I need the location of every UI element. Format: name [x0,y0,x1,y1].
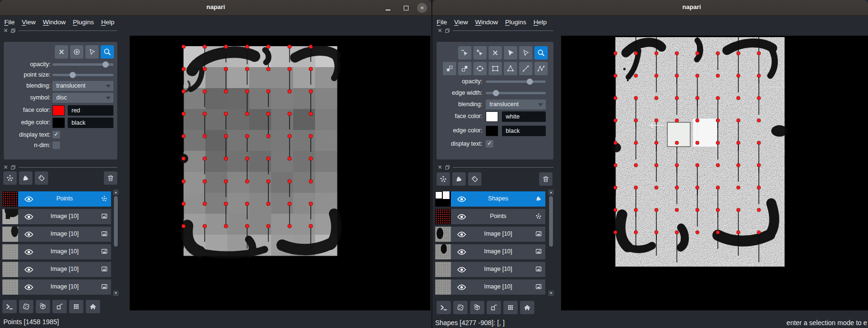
delete-layer-button[interactable] [104,171,117,185]
scroll-down-icon[interactable]: ▼ [548,290,554,296]
point-size-slider[interactable] [52,71,113,79]
menu-view[interactable]: View [454,19,468,26]
layer-row-image-10-[interactable]: Image [10] [2,227,111,242]
home-button[interactable] [86,300,100,313]
edge-color-field[interactable]: black [68,118,113,128]
new-points-button[interactable] [3,171,17,185]
edge-color-swatch[interactable] [52,118,65,128]
viewer-canvas[interactable] [561,36,868,310]
close-button[interactable]: × [417,3,427,13]
ndim-checkbox[interactable] [52,141,60,149]
new-labels-button[interactable] [468,172,481,186]
console-button[interactable] [437,301,451,314]
dock-float-icon[interactable] [11,29,15,33]
layer-row-body[interactable]: Shapes [451,191,545,207]
grid-button[interactable] [503,301,518,314]
menu-window[interactable]: Window [475,19,498,26]
menu-view[interactable]: View [22,19,36,26]
select-shapes-button[interactable] [504,46,517,60]
scrollbar-handle[interactable] [549,196,553,247]
vertex-remove-button[interactable] [458,46,471,60]
ndisplay-button[interactable] [19,300,33,313]
edge-color-swatch[interactable] [486,126,498,136]
dock-float-icon[interactable] [11,165,15,169]
layer-row-body[interactable]: Image [10] [451,279,545,295]
layer-row-points[interactable]: Points [435,209,545,224]
face-color-swatch[interactable] [52,105,65,116]
layer-row-image-10-[interactable]: Image [10] [435,279,545,295]
slider-handle[interactable] [493,90,499,96]
dock-close-icon[interactable] [4,165,8,169]
roll-button[interactable] [470,301,484,314]
layer-row-points[interactable]: Points [2,191,111,207]
ndisplay-button[interactable] [453,301,468,314]
menu-plugins[interactable]: Plugins [505,19,526,26]
display-text-checkbox[interactable]: ✓ [486,140,493,148]
zoom-button[interactable] [534,46,548,60]
dock-float-icon[interactable] [445,29,449,33]
display-text-checkbox[interactable]: ✓ [52,131,60,139]
scrollbar-handle[interactable] [114,196,118,247]
scroll-down-icon[interactable]: ▼ [113,290,119,296]
layer-list-scrollbar[interactable]: ▲ ▼ [113,189,119,296]
menu-plugins[interactable]: Plugins [73,19,94,26]
layer-list-scrollbar[interactable]: ▲ ▼ [548,189,554,296]
opacity-slider[interactable] [52,60,113,68]
titlebar[interactable]: napari [432,0,868,16]
edge-color-field[interactable]: black [502,126,546,136]
layer-row-image-10-[interactable]: Image [10] [2,279,111,295]
layer-row-body[interactable]: Image [10] [451,244,545,259]
face-color-field[interactable]: red [68,105,113,116]
slider-handle[interactable] [527,79,533,85]
layer-row-body[interactable]: Image [10] [18,227,111,242]
symbol-dropdown[interactable]: disc [52,93,113,103]
titlebar[interactable]: napari × [0,0,431,16]
ellipse-button[interactable] [473,62,487,75]
layer-row-image-10-[interactable]: Image [10] [435,262,545,277]
polygon-button[interactable] [504,62,517,75]
slider-handle[interactable] [70,72,76,78]
new-points-button[interactable] [437,172,450,186]
layer-row-body[interactable]: Image [10] [18,209,111,224]
minimize-button[interactable] [383,3,393,13]
layer-row-image-10-[interactable]: Image [10] [2,262,111,277]
scroll-up-icon[interactable]: ▲ [113,189,119,195]
roll-button[interactable] [36,300,50,313]
grid-button[interactable] [69,300,83,313]
transpose-button[interactable] [52,300,67,313]
select-points-button[interactable] [85,45,99,59]
menu-file[interactable]: File [437,19,447,26]
line-button[interactable] [519,62,532,75]
delete-points-button[interactable] [55,45,68,59]
dock-close-icon[interactable] [438,165,442,169]
edge-width-slider[interactable] [486,89,546,97]
face-color-field[interactable]: white [502,111,546,122]
layer-row-body[interactable]: Points [451,209,545,224]
add-points-button[interactable] [70,45,83,59]
menu-window[interactable]: Window [43,19,66,26]
menu-help[interactable]: Help [101,19,114,26]
viewer-canvas[interactable] [130,36,430,310]
face-color-swatch[interactable] [486,111,498,122]
layer-row-body[interactable]: Image [10] [18,244,111,259]
new-labels-button[interactable] [35,171,48,185]
layer-row-body[interactable]: Image [10] [451,262,545,277]
path-button[interactable] [534,62,548,75]
direct-select-button[interactable] [519,46,532,60]
menu-help[interactable]: Help [533,19,547,26]
vertex-insert-button[interactable] [473,46,487,60]
console-button[interactable] [2,300,17,313]
layer-row-body[interactable]: Image [10] [18,279,111,295]
move-back-button[interactable] [443,62,456,75]
dock-close-icon[interactable] [4,29,8,32]
move-front-button[interactable] [458,62,471,75]
delete-shapes-button[interactable] [489,46,502,60]
transpose-button[interactable] [487,301,501,314]
layer-row-body[interactable]: Image [10] [451,227,545,242]
dock-close-icon[interactable] [438,29,442,32]
blending-dropdown[interactable]: translucent [486,99,546,109]
layer-row-body[interactable]: Points [18,191,111,207]
delete-layer-button[interactable] [539,172,552,186]
maximize-button[interactable] [401,3,411,13]
new-shapes-button[interactable] [452,172,466,186]
